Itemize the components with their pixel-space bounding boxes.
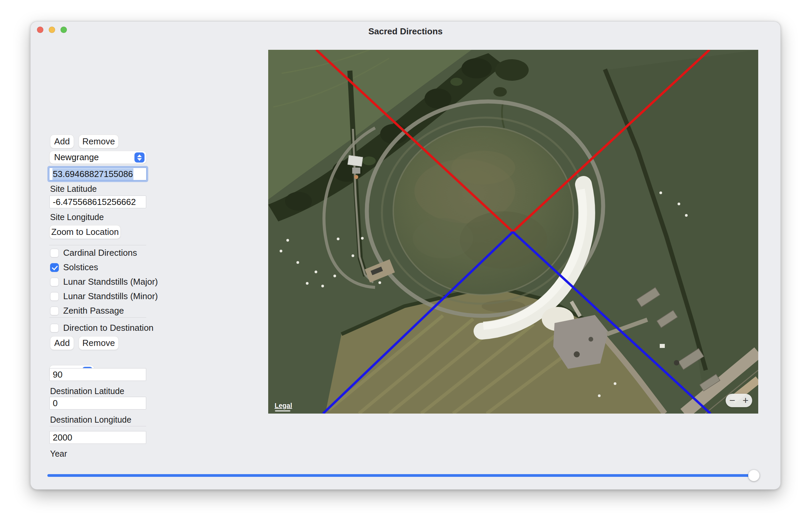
checkbox-row-cardinal-directions[interactable]: Cardinal Directions bbox=[50, 248, 137, 258]
map-legal-link[interactable]: Legal bbox=[275, 402, 292, 409]
cardinal-directions-checkbox[interactable] bbox=[50, 249, 59, 257]
map-attribution bbox=[275, 410, 290, 412]
destination-latitude-label: Destination Latitude bbox=[50, 386, 124, 396]
direction-to-destination-checkbox[interactable] bbox=[50, 324, 59, 333]
site-longitude-label: Site Longitude bbox=[50, 212, 104, 222]
site-latitude-value: 53.69468827155086 bbox=[53, 168, 133, 180]
lunar-standstills-minor-checkbox[interactable] bbox=[50, 292, 59, 301]
site-latitude-label: Site Latitude bbox=[50, 184, 97, 194]
app-window: Sacred Directions Add Remove Newgrange 5… bbox=[30, 21, 781, 490]
destination-longitude-value: 0 bbox=[53, 398, 57, 408]
site-add-button[interactable]: Add bbox=[50, 135, 74, 149]
destination-longitude-input[interactable]: 0 bbox=[49, 397, 146, 409]
checkbox-label: Zenith Passage bbox=[63, 306, 124, 316]
checkbox-row-direction-to-destination[interactable]: Direction to Destination bbox=[50, 323, 154, 333]
satellite-map[interactable]: Legal − + bbox=[268, 50, 758, 414]
map-zoom-in-button[interactable]: + bbox=[739, 394, 753, 407]
divider bbox=[49, 317, 146, 318]
site-select-value: Newgrange bbox=[54, 152, 99, 163]
checkbox-label: Solstices bbox=[63, 262, 98, 273]
destination-latitude-value: 90 bbox=[53, 369, 62, 380]
year-slider-track[interactable] bbox=[47, 474, 756, 477]
destination-latitude-input[interactable]: 90 bbox=[49, 368, 146, 381]
destination-remove-button[interactable]: Remove bbox=[79, 336, 119, 350]
lunar-standstills-major-checkbox[interactable] bbox=[50, 278, 59, 287]
checkbox-label: Lunar Standstills (Minor) bbox=[63, 291, 158, 302]
solstices-checkbox[interactable] bbox=[50, 263, 59, 272]
titlebar: Sacred Directions bbox=[31, 22, 780, 40]
checkbox-label: Cardinal Directions bbox=[63, 248, 137, 258]
zenith-passage-checkbox[interactable] bbox=[50, 307, 59, 315]
screen: Sacred Directions Add Remove Newgrange 5… bbox=[0, 0, 812, 530]
checkbox-row-zenith-passage[interactable]: Zenith Passage bbox=[50, 306, 124, 316]
checkbox-row-lunar-minor[interactable]: Lunar Standstills (Minor) bbox=[50, 291, 158, 302]
checkbox-label: Lunar Standstills (Major) bbox=[63, 277, 158, 287]
year-label: Year bbox=[50, 449, 67, 459]
window-title: Sacred Directions bbox=[31, 26, 780, 37]
map-zoom-out-button[interactable]: − bbox=[726, 394, 739, 407]
checkbox-label: Direction to Destination bbox=[63, 323, 154, 333]
destination-longitude-label: Destination Longitude bbox=[50, 415, 131, 425]
site-remove-button[interactable]: Remove bbox=[79, 135, 119, 149]
site-longitude-value: -6.475568615256662 bbox=[53, 197, 136, 207]
year-slider-thumb[interactable] bbox=[748, 470, 759, 481]
year-value: 2000 bbox=[53, 432, 72, 443]
site-latitude-input[interactable]: 53.69468827155086 bbox=[49, 168, 147, 180]
site-select[interactable]: Newgrange bbox=[49, 151, 147, 164]
destination-add-button[interactable]: Add bbox=[50, 336, 74, 350]
zoom-to-location-button[interactable]: Zoom to Location bbox=[49, 225, 121, 239]
map-canvas bbox=[268, 50, 758, 414]
year-input[interactable]: 2000 bbox=[49, 431, 146, 444]
divider bbox=[49, 245, 146, 245]
checkbox-row-lunar-major[interactable]: Lunar Standstills (Major) bbox=[50, 277, 158, 287]
select-chevrons-icon bbox=[134, 152, 145, 163]
map-zoom-control: − + bbox=[726, 394, 752, 407]
site-longitude-input[interactable]: -6.475568615256662 bbox=[49, 196, 146, 208]
checkbox-row-solstices[interactable]: Solstices bbox=[50, 262, 98, 273]
